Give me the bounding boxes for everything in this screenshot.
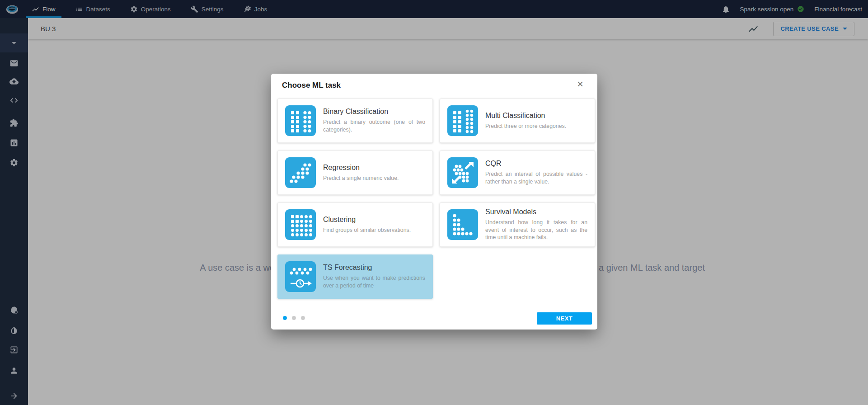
card-description: Use when you want to make predictions ov… <box>323 274 425 289</box>
card-description: Predict a single numeric value. <box>323 174 425 182</box>
card-regression[interactable]: Regression Predict a single numeric valu… <box>277 151 433 195</box>
card-ts-forecasting[interactable]: TS Forecasting Use when you want to make… <box>277 254 433 299</box>
card-multi-classification[interactable]: Multi Classification Predict three or mo… <box>440 99 595 143</box>
cqr-icon <box>447 157 478 188</box>
ts-forecasting-icon <box>285 261 316 292</box>
card-title: Binary Classification <box>323 108 425 116</box>
regression-icon <box>285 157 316 188</box>
pagination-dot-2[interactable] <box>292 316 296 320</box>
card-description: Predict a binary outcome (one of two cat… <box>323 118 425 133</box>
card-clustering[interactable]: Clustering Find groups of similar observ… <box>277 202 433 247</box>
card-title: Clustering <box>323 216 425 224</box>
modal-title: Choose ML task <box>282 81 341 90</box>
modal-footer: NEXT <box>271 306 597 330</box>
pagination-dots <box>283 316 305 320</box>
card-description: Predict three or more categories. <box>485 122 587 130</box>
ml-task-cards: Binary Classification Predict a binary o… <box>277 99 591 299</box>
pagination-dot-3[interactable] <box>301 316 305 320</box>
card-binary-classification[interactable]: Binary Classification Predict a binary o… <box>277 99 433 143</box>
card-description: Find groups of similar observations. <box>323 226 425 234</box>
close-icon[interactable]: × <box>574 78 586 90</box>
pagination-dot-1[interactable] <box>283 316 287 320</box>
card-description: Understand how long it takes for an even… <box>485 219 587 241</box>
multi-classification-icon <box>447 105 478 136</box>
clustering-icon <box>285 209 316 240</box>
card-description: Predict an interval of possible values -… <box>485 170 587 185</box>
card-title: Survival Models <box>485 208 587 216</box>
card-survival-models[interactable]: Survival Models Understand how long it t… <box>440 202 595 247</box>
card-title: Multi Classification <box>485 112 587 120</box>
card-cqr[interactable]: CQR Predict an interval of possible valu… <box>440 151 595 195</box>
next-button[interactable]: NEXT <box>537 312 592 325</box>
choose-ml-task-modal: Choose ML task × Binary Classif <box>271 74 597 330</box>
survival-models-icon <box>447 209 478 240</box>
card-title: CQR <box>485 160 587 168</box>
empty-grid-cell <box>440 254 595 299</box>
card-title: Regression <box>323 164 425 172</box>
card-title: TS Forecasting <box>323 264 425 272</box>
binary-classification-icon <box>285 105 316 136</box>
